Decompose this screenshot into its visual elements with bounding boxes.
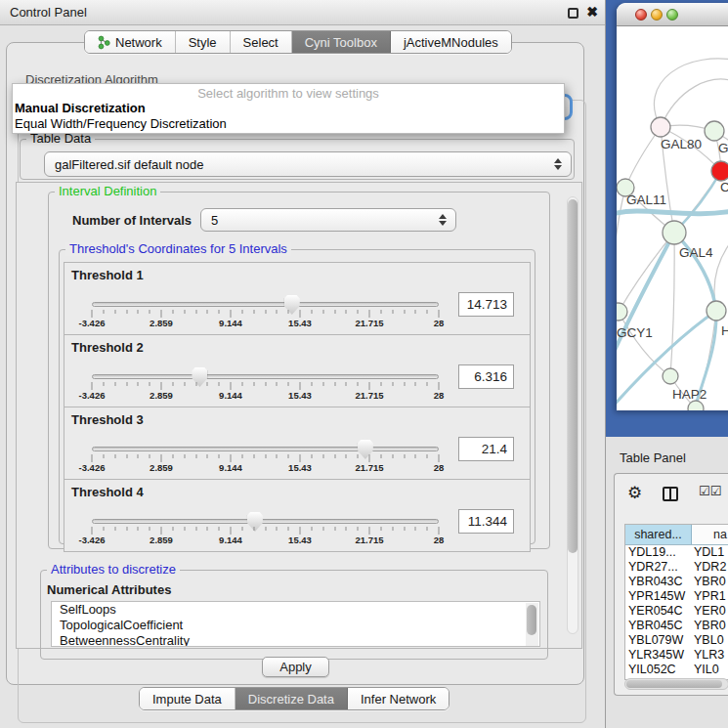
zoom-traffic-light-icon[interactable]	[666, 9, 678, 21]
table-data-selected-value: galFiltered.sif default node	[55, 157, 203, 172]
threshold-slider[interactable]	[92, 519, 439, 524]
table-row[interactable]: YIL052CYIL0	[625, 663, 728, 677]
tab-label: Impute Data	[152, 692, 222, 707]
scrollbar-thumb[interactable]	[568, 199, 578, 553]
table-row[interactable]: YLR345WYLR3	[625, 648, 728, 663]
cell-name: YBL0	[694, 633, 728, 648]
network-icon	[98, 35, 110, 50]
network-node[interactable]	[711, 161, 728, 181]
settings-vertical-scrollbar[interactable]	[567, 196, 578, 634]
spinner-arrows-icon	[439, 214, 447, 226]
attribute-item-betweennesscentrality[interactable]: BetweennessCentrality	[52, 633, 539, 647]
tab-cyni-toolbox[interactable]: Cyni Toolbox	[292, 31, 391, 53]
cell-shared-name: YBL079W	[625, 633, 694, 648]
tick-label: 21.715	[355, 318, 383, 328]
numerical-attributes-list[interactable]: SelfLoopsTopologicalCoefficientBetweenne…	[51, 601, 540, 647]
threshold-value-field[interactable]: 14.713	[458, 292, 514, 317]
threshold-box-1: Threshold 1-3.4262.8599.14415.4321.71528…	[64, 262, 531, 335]
threshold-value-field[interactable]: 11.344	[458, 509, 514, 534]
close-traffic-light-icon[interactable]	[635, 9, 647, 21]
settings-scroll-area: Interval Definition Number of Intervals …	[16, 182, 582, 649]
thresholds-group: Threshold's Coordinates for 5 Intervals …	[59, 249, 535, 544]
node-label: GAL4	[679, 245, 713, 260]
table-row[interactable]: YER054CYER0	[625, 604, 728, 619]
tab-select[interactable]: Select	[231, 31, 292, 53]
close-icon[interactable]: ✖	[586, 4, 598, 20]
threshold-label: Threshold 3	[71, 412, 144, 427]
network-view-window[interactable]: GAL80GALCGAL11GAL4GCY1HHAP2	[617, 3, 728, 410]
scrollbar-thumb[interactable]	[626, 680, 722, 688]
interval-definition-group: Interval Definition Number of Intervals …	[48, 192, 550, 549]
threshold-label: Threshold 1	[71, 268, 144, 282]
number-of-intervals-combobox[interactable]: 5	[200, 208, 456, 232]
tick-label: -3.426	[79, 462, 106, 473]
network-node[interactable]	[705, 121, 724, 141]
algorithm-option-equal-width-frequency-discretization[interactable]: Equal Width/Frequency Discretization	[13, 116, 564, 132]
network-window-titlebar[interactable]	[617, 3, 728, 26]
table-row[interactable]: YPR145WYPR1	[625, 589, 728, 604]
table-row[interactable]: YDR27...YDR2	[625, 560, 728, 575]
attribute-item-topologicalcoefficient[interactable]: TopologicalCoefficient	[52, 618, 539, 633]
tab-jactivemnodules[interactable]: jActiveMNodules	[391, 31, 511, 53]
threshold-value-field[interactable]: 6.316	[458, 364, 514, 389]
float-window-icon[interactable]	[568, 8, 578, 19]
threshold-slider[interactable]	[92, 374, 439, 379]
threshold-box-3: Threshold 3-3.4262.8599.14415.4321.71528…	[64, 407, 531, 480]
gear-icon[interactable]: ⚙	[627, 483, 642, 502]
tab-network[interactable]: Network	[85, 31, 176, 53]
control-panel-window: Control Panel ✖ NetworkStyleSelectCyni T…	[0, 0, 606, 728]
table-row[interactable]: YBL079WYBL0	[625, 633, 728, 648]
table-panel: ⚙ ☑☑ shared... na YDL19...YDL1YDR27...YD…	[614, 473, 728, 696]
table-row[interactable]: YDL19...YDL1	[625, 545, 728, 560]
cell-name: YBR0	[694, 619, 728, 633]
table-row[interactable]: YBR043CYBR0	[625, 575, 728, 589]
threshold-slider[interactable]	[92, 302, 439, 307]
network-node[interactable]	[617, 303, 627, 321]
algorithm-placeholder-option[interactable]: Select algorithm to view settings	[13, 86, 564, 101]
cell-shared-name: YDL19...	[625, 545, 694, 560]
threshold-box-4: Threshold 4-3.4262.8599.14415.4321.71528…	[64, 479, 531, 552]
threshold-value-field[interactable]: 21.4	[458, 437, 514, 461]
table-toolbar: ⚙ ☑☑	[615, 474, 728, 517]
node-label: GAL	[718, 141, 728, 155]
network-node[interactable]	[651, 117, 670, 137]
network-node[interactable]	[663, 368, 678, 384]
tab-style[interactable]: Style	[176, 31, 231, 53]
tab-discretize-data[interactable]: Discretize Data	[236, 688, 348, 709]
network-node[interactable]	[707, 301, 726, 321]
tab-impute-data[interactable]: Impute Data	[140, 688, 236, 709]
cell-shared-name: YPR145W	[625, 589, 694, 604]
algorithm-option-manual-discretization[interactable]: Manual Discretization	[13, 101, 564, 116]
cell-shared-name: YBR043C	[625, 575, 694, 589]
tab-infer-network[interactable]: Infer Network	[348, 688, 449, 709]
attribute-item-selfloops[interactable]: SelfLoops	[52, 602, 539, 618]
threshold-box-2: Threshold 2-3.4262.8599.14415.4321.71528…	[64, 334, 531, 407]
apply-button[interactable]: Apply	[262, 657, 329, 677]
node-label: GAL80	[661, 137, 702, 151]
network-desktop: GAL80GALCGAL11GAL4GCY1HHAP2	[606, 0, 728, 437]
tick-label: 21.715	[355, 462, 383, 473]
scrollbar-thumb[interactable]	[527, 605, 536, 635]
tick-label: 15.43	[288, 535, 312, 545]
table-data-group-label: Table Data	[26, 132, 95, 146]
threshold-slider[interactable]	[92, 447, 439, 451]
tick-label: 2.859	[150, 462, 173, 473]
tab-label: Network	[115, 35, 162, 50]
tick-label: 15.43	[288, 318, 312, 328]
table-row[interactable]: YBR045CYBR0	[625, 619, 728, 633]
attributes-list-scrollbar[interactable]	[526, 603, 538, 647]
network-node[interactable]	[688, 401, 704, 410]
checkbox-icons[interactable]: ☑☑	[699, 484, 721, 498]
network-canvas[interactable]: GAL80GALCGAL11GAL4GCY1HHAP2	[617, 26, 728, 410]
table-horizontal-scrollbar[interactable]	[624, 678, 728, 690]
tick-label: 2.859	[150, 390, 173, 401]
table-data-combobox[interactable]: galFiltered.sif default node	[44, 151, 572, 177]
right-pane: GAL80GALCGAL11GAL4GCY1HHAP2 Table Panel …	[606, 0, 728, 728]
minimize-traffic-light-icon[interactable]	[651, 9, 663, 21]
network-node[interactable]	[663, 221, 686, 244]
tab-label: Discretize Data	[248, 692, 334, 707]
tab-label: Style	[189, 35, 217, 50]
split-columns-icon[interactable]	[663, 487, 678, 501]
column-header-name[interactable]: na	[692, 525, 728, 544]
column-header-shared-name[interactable]: shared...	[625, 525, 692, 544]
